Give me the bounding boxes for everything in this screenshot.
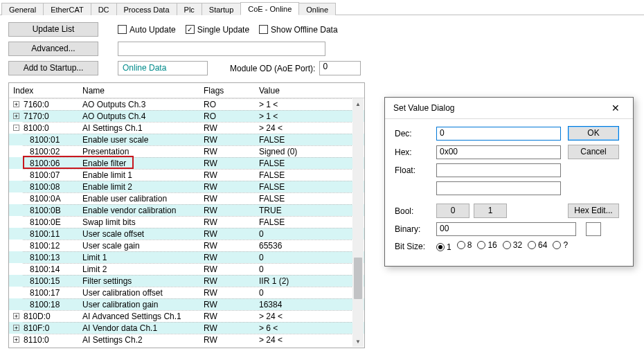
bool-1-button[interactable]: 1 [474, 204, 507, 218]
tab-general[interactable]: General [1, 3, 44, 15]
table-row[interactable]: -8100:0AI Settings Ch.1RW> 24 < [9, 122, 364, 134]
bitsize-radio-64[interactable]: 64 [528, 240, 547, 250]
binary-label: Binary: [395, 224, 436, 234]
row-name: Filter settings [78, 276, 199, 286]
tab-ethercat[interactable]: EtherCAT [43, 3, 91, 15]
float-secondary-input [436, 181, 561, 195]
bool-label: Bool: [395, 206, 436, 216]
table-row[interactable]: +810D:0AI Advanced Settings Ch.1RW> 24 < [9, 310, 364, 322]
row-flags: RW [199, 217, 255, 227]
table-row[interactable]: 8100:13Limit 1RW0 [9, 251, 364, 263]
tab-coe-online[interactable]: CoE - Online [240, 2, 299, 15]
row-flags: RW [199, 312, 255, 321]
row-index: 7170:0 [24, 111, 49, 121]
table-row[interactable]: +7160:0AO Outputs Ch.3RO> 1 < [9, 98, 364, 110]
expand-icon[interactable]: + [13, 313, 19, 319]
advanced-button[interactable]: Advanced... [8, 42, 98, 56]
row-name: User calibration offset [78, 288, 199, 298]
close-icon[interactable]: ✕ [605, 103, 626, 113]
table-row[interactable]: 8100:12User scale gainRW65536 [9, 240, 364, 251]
add-to-startup-button[interactable]: Add to Startup... [8, 61, 98, 75]
bitsize-label: 1 [447, 242, 451, 252]
col-flags[interactable]: Flags [199, 83, 255, 98]
bitsize-radio-8[interactable]: 8 [457, 240, 472, 250]
tab-dc[interactable]: DC [91, 3, 117, 15]
table-row[interactable]: +7170:0AO Outputs Ch.4RO> 1 < [9, 110, 364, 122]
table-row[interactable]: 8100:0ESwap limit bitsRWFALSE [9, 216, 364, 228]
bitsize-radio-32[interactable]: 32 [503, 240, 522, 250]
row-name: Enable vendor calibration [78, 206, 199, 215]
row-flags: RW [199, 288, 255, 298]
row-index: 8100:08 [30, 182, 60, 192]
scroll-down-icon[interactable]: ▼ [352, 336, 364, 347]
col-name[interactable]: Name [78, 83, 199, 98]
bitsize-radio-?[interactable]: ? [553, 240, 568, 250]
row-index: 810D:0 [24, 312, 51, 321]
dialog-titlebar[interactable]: Set Value Dialog ✕ [385, 98, 633, 118]
tab-plc[interactable]: Plc [177, 3, 202, 15]
table-row[interactable]: 8100:14Limit 2RW0 [9, 263, 364, 275]
dec-input[interactable]: 0 [436, 127, 561, 141]
tab-online[interactable]: Online [298, 3, 336, 15]
table-row[interactable]: 8100:11User scale offsetRW0 [9, 228, 364, 240]
table-row[interactable]: 8100:07Enable limit 1RWFALSE [9, 169, 364, 181]
table-row[interactable]: 8100:0BEnable vendor calibrationRWTRUE [9, 204, 364, 216]
table-row[interactable]: 8100:08Enable limit 2RWFALSE [9, 181, 364, 192]
row-flags: RW [199, 276, 255, 286]
module-od-input[interactable]: 0 [319, 61, 361, 75]
row-name: AO Outputs Ch.4 [78, 111, 199, 121]
table-row[interactable]: 8100:02PresentationRWSigned (0) [9, 145, 364, 157]
expand-icon[interactable]: + [13, 325, 19, 331]
auto-update-checkbox[interactable]: Auto Update [118, 25, 176, 35]
expand-icon[interactable]: + [13, 113, 19, 119]
hex-input[interactable]: 0x00 [436, 145, 561, 159]
collapse-icon[interactable]: - [13, 125, 19, 131]
row-name: AO Outputs Ch.3 [78, 100, 199, 109]
radio-icon [553, 241, 561, 249]
bitsize-label: 16 [488, 240, 497, 250]
row-index: 8100:06 [30, 159, 60, 168]
expand-icon[interactable]: + [13, 101, 19, 107]
table-row[interactable]: +8110:0AI Settings Ch.2RW> 24 < [9, 334, 364, 345]
row-name: AI Vendor data Ch.1 [78, 323, 199, 333]
table-row[interactable]: 8100:0AEnable user calibrationRWFALSE [9, 192, 364, 204]
row-index: 8100:0A [30, 194, 61, 204]
table-row[interactable]: 8100:18User calibration gainRW16384 [9, 298, 364, 310]
update-list-button[interactable]: Update List [8, 22, 98, 37]
row-flags: RW [199, 159, 255, 168]
row-name: AI Settings Ch.2 [78, 335, 199, 345]
cancel-button[interactable]: Cancel [568, 145, 619, 159]
col-value[interactable]: Value [255, 83, 338, 98]
bitsize-radio-16[interactable]: 16 [477, 240, 497, 250]
row-flags: RW [199, 300, 255, 309]
set-value-dialog: Set Value Dialog ✕ Dec: 0 OK Hex: 0x00 C… [384, 97, 634, 267]
bitsize-radio-1[interactable]: 1 [436, 242, 451, 252]
row-name: Limit 2 [78, 264, 199, 274]
float-input[interactable] [436, 163, 561, 177]
row-flags: RW [199, 135, 255, 145]
table-row[interactable]: 8100:06Enable filterRWFALSE [9, 157, 364, 169]
row-index: 8100:14 [30, 264, 60, 274]
row-index: 8100:17 [30, 288, 60, 298]
row-name: User scale offset [78, 229, 199, 239]
table-row[interactable]: 8100:01Enable user scaleRWFALSE [9, 134, 364, 145]
single-update-checkbox[interactable]: Single Update [186, 25, 249, 35]
hex-edit-button[interactable]: Hex Edit... [568, 204, 619, 218]
tab-process-data[interactable]: Process Data [116, 3, 177, 15]
table-header: Index Name Flags Value [9, 83, 364, 98]
row-index: 8100:15 [30, 276, 60, 286]
scroll-up-icon[interactable]: ▲ [352, 98, 364, 109]
bool-0-button[interactable]: 0 [436, 204, 469, 218]
table-row[interactable]: 8100:15Filter settingsRWIIR 1 (2) [9, 275, 364, 287]
col-index[interactable]: Index [9, 83, 78, 98]
table-row[interactable]: +810F:0AI Vendor data Ch.1RW> 6 < [9, 322, 364, 334]
table-row[interactable]: 8100:17User calibration offsetRW0 [9, 287, 364, 298]
vertical-scrollbar[interactable]: ▲ ▼ [352, 98, 364, 347]
ok-button[interactable]: OK [568, 126, 619, 141]
tab-startup[interactable]: Startup [202, 3, 241, 15]
binary-input[interactable]: 00 [436, 222, 576, 236]
scroll-thumb[interactable] [354, 258, 362, 299]
row-name: User scale gain [78, 241, 199, 251]
show-offline-checkbox[interactable]: Show Offline Data [259, 25, 338, 35]
expand-icon[interactable]: + [13, 336, 19, 343]
